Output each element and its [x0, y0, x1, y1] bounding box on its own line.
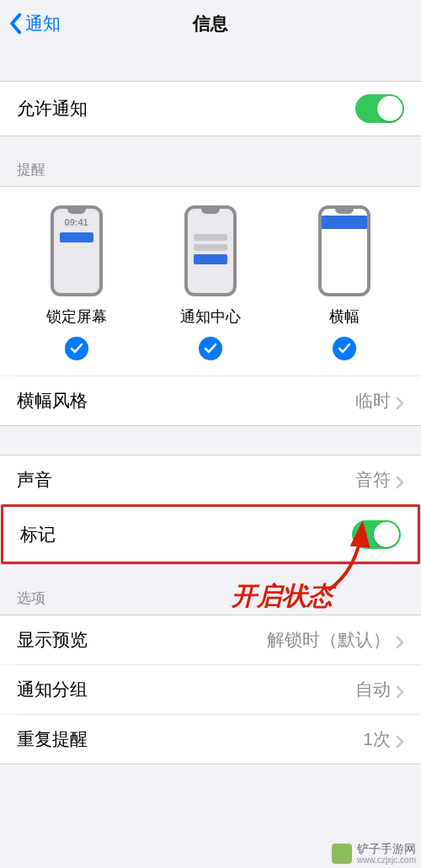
- banner-style-label: 横幅风格: [17, 389, 88, 413]
- badges-row: 标记: [3, 507, 418, 562]
- page-title: 信息: [193, 12, 228, 35]
- chevron-right-icon: [396, 633, 404, 647]
- repeat-alerts-label: 重复提醒: [17, 727, 88, 751]
- chevron-right-icon: [396, 732, 404, 746]
- allow-notifications-toggle[interactable]: [355, 94, 404, 123]
- sounds-value: 音符: [355, 468, 391, 492]
- repeat-alerts-value: 1次: [363, 727, 391, 751]
- banner-style-value: 临时: [355, 389, 391, 413]
- chevron-right-icon: [396, 394, 404, 407]
- chevron-right-icon: [396, 683, 404, 696]
- alert-notification-center-label: 通知中心: [180, 306, 241, 327]
- alert-notification-center[interactable]: 通知中心: [151, 205, 269, 360]
- notification-grouping-row[interactable]: 通知分组 自动: [0, 665, 421, 714]
- checkmark-icon: [199, 337, 222, 360]
- allow-notifications-row: 允许通知: [0, 82, 421, 136]
- alert-lock-screen-label: 锁定屏幕: [46, 306, 107, 327]
- notification-grouping-label: 通知分组: [17, 678, 88, 701]
- repeat-alerts-row[interactable]: 重复提醒 1次: [0, 715, 421, 764]
- alert-lock-screen[interactable]: 09:41 锁定屏幕: [17, 205, 136, 360]
- alert-banners-label: 横幅: [329, 306, 360, 327]
- badges-toggle[interactable]: [352, 520, 401, 549]
- lock-screen-preview-icon: 09:41: [51, 205, 103, 296]
- options-section-header: 选项: [0, 565, 421, 615]
- chevron-left-icon: [8, 13, 22, 35]
- checkmark-icon: [333, 337, 356, 360]
- allow-notifications-label: 允许通知: [17, 97, 88, 120]
- show-previews-label: 显示预览: [17, 628, 88, 652]
- watermark-logo-icon: [332, 844, 352, 864]
- watermark-url: www.czjxjc.com: [357, 855, 416, 865]
- nav-header: 通知 信息: [0, 0, 421, 47]
- alert-banners[interactable]: 横幅: [285, 205, 404, 360]
- alerts-section-header: 提醒: [0, 136, 421, 186]
- checkmark-icon: [65, 337, 88, 360]
- show-previews-value: 解锁时（默认）: [267, 628, 391, 652]
- notification-grouping-value: 自动: [355, 678, 391, 701]
- show-previews-row[interactable]: 显示预览 解锁时（默认）: [0, 615, 421, 664]
- banner-style-row[interactable]: 横幅风格 临时: [0, 376, 421, 425]
- sounds-label: 声音: [17, 468, 52, 492]
- alerts-panel: 09:41 锁定屏幕 通知中心 横幅: [0, 187, 421, 375]
- badges-label: 标记: [20, 523, 56, 546]
- notification-center-preview-icon: [184, 205, 237, 296]
- watermark: 铲子手游网 www.czjxjc.com: [332, 843, 416, 865]
- back-button[interactable]: 通知: [8, 12, 61, 35]
- sounds-row[interactable]: 声音 音符: [0, 455, 421, 504]
- banners-preview-icon: [318, 205, 370, 296]
- watermark-name: 铲子手游网: [357, 843, 416, 855]
- back-label: 通知: [25, 12, 61, 35]
- chevron-right-icon: [396, 473, 404, 487]
- highlight-box: 标记: [1, 504, 420, 564]
